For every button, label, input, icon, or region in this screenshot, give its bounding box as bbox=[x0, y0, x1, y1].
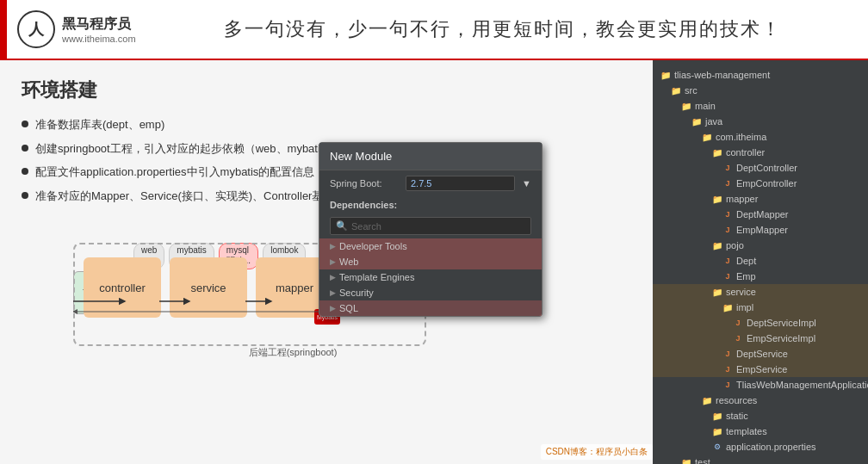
tree-item[interactable]: 📁main bbox=[653, 98, 868, 114]
dep-template-engines[interactable]: ▶ Template Engines bbox=[319, 269, 542, 285]
watermark-text: CSDN博客：程序员小白条 bbox=[546, 447, 648, 456]
tree-item[interactable]: JDept bbox=[653, 253, 868, 269]
tree-item[interactable]: 📁resources bbox=[653, 393, 868, 408]
chevron-icon: ▶ bbox=[330, 257, 336, 266]
tree-item-label: resources bbox=[716, 395, 757, 405]
tree-item[interactable]: 📁test bbox=[653, 455, 868, 464]
logo-cn: 黑马程序员 bbox=[62, 15, 136, 34]
java-icon: J bbox=[725, 272, 729, 281]
tree-item[interactable]: JTliasWebManagementApplication bbox=[653, 377, 868, 393]
tree-item[interactable]: JDeptServiceImpl bbox=[653, 315, 868, 331]
tree-item-label: tlias-web-management bbox=[674, 70, 770, 80]
deps-section-label: Dependencies: bbox=[319, 196, 542, 213]
java-icon: J bbox=[735, 319, 740, 327]
tree-item-label: Emp bbox=[736, 271, 756, 281]
bullet-text-1: 准备数据库表(dept、emp) bbox=[35, 116, 164, 133]
tree-item-label: pojo bbox=[726, 240, 744, 251]
tree-item[interactable]: 📁com.itheima bbox=[653, 129, 868, 145]
tree-item-label: templates bbox=[726, 426, 767, 436]
controller-label: controller bbox=[99, 281, 145, 294]
tree-item-label: TliasWebManagementApplication bbox=[736, 380, 868, 390]
tree-item-label: EmpController bbox=[736, 178, 797, 189]
watermark: CSDN博客：程序员小白条 bbox=[541, 444, 653, 460]
tree-container: 📁tlias-web-management📁src📁main📁java📁com.… bbox=[653, 67, 868, 464]
tree-item-label: src bbox=[685, 85, 698, 96]
tree-item[interactable]: JEmp bbox=[653, 269, 868, 284]
backend-label: 后端工程(springboot) bbox=[189, 346, 396, 359]
chevron-icon: ▶ bbox=[330, 242, 336, 251]
java-icon: J bbox=[725, 350, 729, 358]
tree-item[interactable]: ⚙application.properties bbox=[653, 439, 868, 455]
folder-icon: 📁 bbox=[702, 396, 712, 405]
dep-label-3: Template Engines bbox=[339, 272, 414, 282]
new-module-dialog[interactable]: New Module Spring Boot: 2.7.5 ▼ Dependen… bbox=[319, 142, 542, 317]
tree-item[interactable]: JEmpServiceImpl bbox=[653, 331, 868, 346]
dep-label-2: Web bbox=[339, 257, 358, 267]
tree-item[interactable]: 📁pojo bbox=[653, 238, 868, 253]
red-bar bbox=[0, 0, 7, 60]
spring-boot-label: Spring Boot: bbox=[330, 178, 399, 189]
controller-box: controller bbox=[84, 257, 161, 318]
folder-icon: 📁 bbox=[681, 102, 691, 111]
folder-icon: 📁 bbox=[712, 288, 722, 297]
tree-item[interactable]: JEmpMapper bbox=[653, 222, 868, 238]
tree-item[interactable]: 📁templates bbox=[653, 424, 868, 439]
tree-item-label: static bbox=[726, 411, 748, 421]
main-container: 人 黑马程序员 www.itheima.com 多一句没有，少一句不行，用更短时… bbox=[0, 0, 868, 464]
tree-item-label: EmpServiceImpl bbox=[747, 333, 815, 343]
java-icon: J bbox=[725, 380, 729, 389]
tree-item[interactable]: JDeptController bbox=[653, 160, 868, 176]
dropdown-arrow-icon[interactable]: ▼ bbox=[522, 178, 531, 189]
tree-item-label: impl bbox=[736, 302, 753, 312]
tree-item[interactable]: 📁static bbox=[653, 408, 868, 424]
tree-item-label: Dept bbox=[736, 256, 756, 266]
dep-sql[interactable]: ▶ SQL bbox=[319, 300, 542, 316]
bullet-dot bbox=[22, 145, 28, 152]
tree-item[interactable]: 📁controller bbox=[653, 145, 868, 160]
spring-boot-value[interactable]: 2.7.5 bbox=[406, 176, 515, 191]
tree-item-label: test bbox=[695, 457, 710, 464]
search-box[interactable]: 🔍 Search bbox=[330, 217, 531, 235]
tree-item-label: DeptController bbox=[736, 163, 797, 173]
tree-item-label: DeptMapper bbox=[736, 209, 789, 220]
header: 人 黑马程序员 www.itheima.com 多一句没有，少一句不行，用更短时… bbox=[0, 0, 868, 60]
folder-icon: 📁 bbox=[671, 86, 681, 96]
folder-icon: 📁 bbox=[681, 458, 691, 465]
dep-developer-tools[interactable]: ▶ Developer Tools bbox=[319, 238, 542, 254]
folder-icon: 📁 bbox=[722, 303, 733, 312]
folder-icon: 📁 bbox=[712, 411, 722, 421]
tree-item-label: com.itheima bbox=[716, 132, 766, 142]
folder-icon: 📁 bbox=[712, 427, 722, 436]
list-item: 准备数据库表(dept、emp) bbox=[22, 116, 631, 133]
tree-item[interactable]: JDeptService bbox=[653, 346, 868, 362]
tree-item[interactable]: 📁src bbox=[653, 83, 868, 98]
folder-icon: 📁 bbox=[712, 148, 722, 158]
tree-item[interactable]: JDeptMapper bbox=[653, 207, 868, 222]
folder-icon: 📁 bbox=[712, 195, 722, 204]
dialog-title: New Module bbox=[319, 143, 542, 170]
tree-item-label: DeptService bbox=[736, 349, 788, 359]
tree-item-label: java bbox=[705, 116, 722, 127]
tree-item-label: application.properties bbox=[726, 442, 816, 452]
dep-security[interactable]: ▶ Security bbox=[319, 285, 542, 300]
dep-label-1: Developer Tools bbox=[339, 241, 407, 251]
tree-item[interactable]: JEmpService bbox=[653, 362, 868, 377]
tree-item[interactable]: JEmpController bbox=[653, 176, 868, 191]
logo-url: www.itheima.com bbox=[62, 34, 136, 44]
tree-item-label: DeptServiceImpl bbox=[747, 318, 816, 328]
tree-item[interactable]: 📁tlias-web-management bbox=[653, 67, 868, 83]
tree-item[interactable]: 📁mapper bbox=[653, 191, 868, 207]
spring-boot-row: Spring Boot: 2.7.5 ▼ bbox=[319, 170, 542, 196]
tree-item[interactable]: 📁java bbox=[653, 114, 868, 129]
tree-item[interactable]: 📁service bbox=[653, 284, 868, 300]
mapper-label: mapper bbox=[276, 281, 313, 294]
folder-icon: 📁 bbox=[691, 117, 702, 127]
chevron-icon: ▶ bbox=[330, 273, 336, 281]
dep-web[interactable]: ▶ Web bbox=[319, 254, 542, 269]
tree-item-label: main bbox=[695, 101, 716, 111]
tree-item[interactable]: 📁impl bbox=[653, 300, 868, 315]
tree-item-label: EmpMapper bbox=[736, 225, 788, 235]
folder-icon: 📁 bbox=[712, 241, 722, 251]
chevron-icon: ▶ bbox=[330, 304, 336, 312]
tree-item-label: EmpService bbox=[736, 364, 787, 374]
